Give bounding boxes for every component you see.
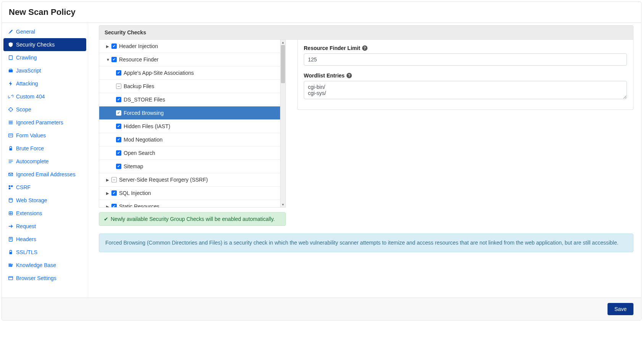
help-icon[interactable]: ? (362, 45, 367, 51)
sidebar-item-attacking[interactable]: Attacking (3, 77, 86, 90)
sidebar-item-label: SSL/TLS (16, 249, 37, 255)
checkbox-mixed[interactable]: – (111, 177, 117, 182)
sidebar-item-form-values[interactable]: Form Values (3, 129, 86, 142)
sidebar-item-brute-force[interactable]: Brute Force (3, 142, 86, 155)
tree-item-label: Sitemap (124, 163, 143, 169)
checkbox-checked[interactable]: ✔ (116, 70, 121, 76)
tree-item-label: Mod Negotiation (124, 137, 163, 143)
sidebar-item-request[interactable]: Request (3, 220, 86, 233)
caret-down-icon[interactable]: ▼ (106, 58, 109, 62)
sidebar-item-label: CSRF (16, 184, 31, 190)
sidebar-item-extensions[interactable]: Extensions (3, 207, 86, 220)
svg-rect-0 (9, 56, 13, 60)
sidebar-item-browser-settings[interactable]: Browser Settings (3, 272, 86, 285)
checkbox-checked[interactable]: ✔ (116, 164, 121, 169)
checkbox-checked[interactable]: ✔ (116, 150, 121, 156)
checkbox-checked[interactable]: ✔ (111, 43, 117, 49)
checkbox-checked[interactable]: ✔ (116, 97, 121, 102)
panel-title: Security Checks (99, 25, 633, 40)
sidebar-item-label: Scope (16, 106, 31, 113)
checkbox-checked[interactable]: ✔ (116, 137, 121, 142)
svg-rect-14 (9, 185, 10, 187)
sidebar-item-scope[interactable]: Scope (3, 103, 86, 116)
svg-rect-6 (9, 124, 13, 124)
scroll-up-icon[interactable]: ▲ (280, 40, 285, 45)
checkbox-checked[interactable]: ✔ (116, 124, 121, 129)
check-settings-form: Resource Finder Limit ? Wordlist Entries… (297, 40, 633, 110)
svg-point-3 (9, 108, 13, 111)
tree-item[interactable]: ✔Apple's App-Site Associations (99, 66, 285, 80)
tree-item[interactable]: ▶✔Header Injection (99, 40, 285, 53)
tree-item[interactable]: ▶✔Static Resources (99, 200, 285, 207)
checkbox-checked[interactable]: ✔ (111, 204, 117, 207)
sidebar-item-label: Brute Force (16, 145, 44, 151)
svg-rect-24 (10, 264, 11, 267)
tree-item[interactable]: –Backup Files (99, 80, 285, 93)
wordlist-entries-textarea[interactable] (304, 81, 627, 99)
document-icon (8, 237, 13, 242)
books-icon (8, 263, 13, 268)
sidebar-item-javascript[interactable]: JavaScript (3, 64, 86, 77)
tree-item-label: Backup Files (124, 83, 154, 89)
help-icon[interactable]: ? (346, 73, 352, 78)
target-icon (8, 107, 13, 112)
sidebar-item-label: Attacking (16, 81, 38, 87)
tree-item[interactable]: ✔Hidden Files (IAST) (99, 120, 285, 133)
sidebar-item-security-checks[interactable]: Security Checks (3, 38, 86, 51)
sidebar-item-headers[interactable]: Headers (3, 233, 86, 246)
sidebar-item-knowledge-base[interactable]: Knowledge Base (3, 259, 86, 272)
scroll-track[interactable] (280, 45, 285, 202)
scroll-down-icon[interactable]: ▼ (280, 202, 285, 207)
sidebar-item-crawling[interactable]: Crawling (3, 51, 86, 64)
security-checks-tree[interactable]: ▶✔Header Injection▼✔Resource Finder✔Appl… (99, 40, 285, 207)
caret-right-icon[interactable]: ▶ (106, 44, 109, 48)
tree-item[interactable]: ✔Sitemap (99, 160, 285, 173)
envelope-icon (8, 172, 13, 177)
svg-rect-5 (9, 122, 13, 123)
arrow-right-icon (8, 224, 13, 229)
sidebar: General Security Checks Crawling JavaScr… (2, 23, 88, 298)
check-description: Forced Browsing (Common Directories and … (99, 234, 633, 252)
tree-item[interactable]: ▼✔Resource Finder (99, 53, 285, 66)
checkbox-checked[interactable]: ✔ (111, 190, 117, 196)
checkbox-checked[interactable]: ✔ (111, 57, 117, 62)
puzzle-icon (8, 211, 13, 216)
sidebar-item-web-storage[interactable]: Web Storage (3, 194, 86, 207)
tree-item[interactable]: ✔DS_STORE Files (99, 93, 285, 106)
svg-rect-2 (10, 69, 11, 70)
tree-scrollbar[interactable]: ▲ ▼ (280, 40, 285, 207)
sidebar-item-label: Crawling (16, 55, 37, 61)
resource-finder-limit-input[interactable] (304, 53, 627, 66)
tree-item[interactable]: ▶✔SQL Injection (99, 187, 285, 200)
panel-body: ▶✔Header Injection▼✔Resource Finder✔Appl… (99, 40, 633, 226)
caret-right-icon[interactable]: ▶ (106, 191, 109, 195)
edit-icon (8, 29, 13, 34)
svg-rect-26 (9, 277, 13, 280)
tree-item[interactable]: ▶–Server-Side Request Forgery (SSRF) (99, 173, 285, 187)
sidebar-item-general[interactable]: General (3, 25, 86, 38)
tree-item[interactable]: ✔Mod Negotiation (99, 133, 285, 147)
sidebar-item-csrf[interactable]: CSRF (3, 181, 86, 194)
wordlist-entries-label: Wordlist Entries ? (304, 72, 627, 79)
sidebar-item-ignored-parameters[interactable]: Ignored Parameters (3, 116, 86, 129)
svg-rect-4 (9, 121, 13, 122)
sidebar-item-label: Knowledge Base (16, 262, 56, 268)
save-button[interactable]: Save (608, 303, 633, 315)
checkbox-checked[interactable]: ✔ (116, 110, 121, 116)
tree-item-label: Hidden Files (IAST) (124, 123, 170, 129)
lock-icon (8, 146, 13, 151)
caret-right-icon[interactable]: ▶ (106, 178, 109, 182)
tree-item[interactable]: ✔Forced Browsing (99, 106, 285, 120)
tree-item[interactable]: ✔Open Search (99, 147, 285, 160)
svg-rect-25 (11, 264, 13, 267)
lines-icon (8, 159, 13, 164)
sidebar-item-ssl-tls[interactable]: SSL/TLS (3, 246, 86, 259)
caret-right-icon[interactable]: ▶ (106, 205, 109, 208)
sidebar-item-autocomplete[interactable]: Autocomplete (3, 155, 86, 168)
database-icon (8, 198, 13, 203)
svg-rect-15 (11, 185, 13, 187)
scroll-thumb[interactable] (281, 45, 285, 83)
sidebar-item-custom-404[interactable]: Custom 404 (3, 90, 86, 103)
checkbox-mixed[interactable]: – (116, 84, 121, 89)
sidebar-item-ignored-email[interactable]: Ignored Email Addresses (3, 168, 86, 181)
